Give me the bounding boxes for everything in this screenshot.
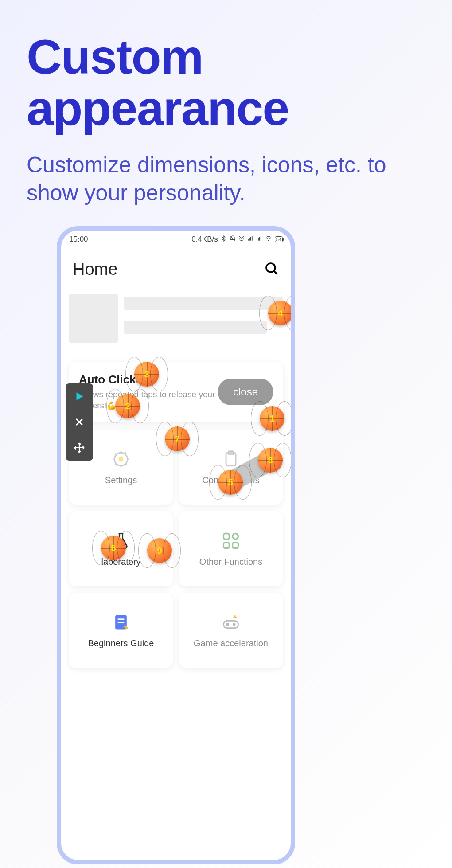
notes-icon [111, 613, 131, 632]
status-right: 0.4KB/s 54 [191, 235, 283, 244]
signal-icon [247, 235, 253, 244]
placeholder-line [124, 297, 283, 310]
tile-game-acceleration[interactable]: Game acceleration [179, 593, 283, 668]
placeholder-line [124, 321, 267, 334]
tap-marker-5[interactable]: 5 [218, 470, 243, 495]
hero-subtitle: Customize dimensions, icons, etc. to sho… [27, 151, 425, 207]
tap-marker-7[interactable]: 7 [165, 426, 190, 451]
wifi-icon [265, 235, 272, 244]
tap-marker-9[interactable]: 9 [147, 538, 172, 563]
tap-marker-2[interactable]: 2 [115, 394, 140, 418]
phone-frame: 15:00 0.4KB/s 54 [57, 226, 295, 864]
tap-marker-1[interactable]: 1 [260, 406, 284, 431]
close-icon[interactable] [73, 415, 86, 429]
bluetooth-icon [221, 235, 227, 244]
placeholder-content [61, 288, 291, 344]
tap-marker-4[interactable]: 4 [268, 301, 293, 325]
svg-rect-21 [233, 543, 238, 548]
tap-marker-8[interactable]: 8 [258, 448, 283, 473]
move-icon[interactable] [73, 441, 86, 454]
svg-point-27 [234, 624, 235, 626]
signal-icon-2 [256, 235, 262, 244]
tap-marker-6[interactable]: 6 [101, 536, 126, 560]
svg-rect-2 [248, 239, 249, 241]
close-button[interactable]: close [218, 379, 273, 405]
svg-rect-7 [258, 238, 259, 241]
gear-icon [111, 450, 131, 469]
svg-rect-18 [224, 533, 230, 539]
svg-point-13 [119, 457, 124, 461]
control-panel[interactable] [66, 383, 93, 461]
gamepad-icon [221, 613, 241, 632]
svg-rect-3 [249, 238, 250, 241]
play-icon[interactable] [73, 390, 86, 403]
search-icon[interactable] [264, 261, 279, 278]
apps-icon [221, 531, 241, 551]
battery-icon: 54 [275, 236, 283, 242]
status-net-speed: 0.4KB/s [191, 235, 218, 244]
svg-rect-4 [250, 237, 251, 241]
hero-title: Custom appearance [27, 31, 425, 133]
svg-rect-5 [252, 236, 253, 241]
page-header: Home [61, 246, 291, 288]
svg-rect-6 [257, 239, 257, 241]
svg-point-10 [268, 240, 269, 241]
svg-line-0 [230, 236, 234, 240]
svg-rect-19 [233, 533, 238, 539]
placeholder-lines [124, 294, 283, 343]
tile-label: Settings [105, 475, 137, 485]
hero-title-line1: Custom [27, 29, 203, 84]
tile-other-functions[interactable]: Other Functions [179, 511, 283, 586]
hero-title-line2: appearance [27, 81, 288, 135]
svg-point-26 [227, 624, 229, 626]
promo-card: Auto Clicker Allows repeated taps to rel… [69, 362, 283, 422]
svg-rect-8 [259, 237, 260, 241]
svg-line-12 [274, 271, 277, 274]
page-title: Home [73, 260, 117, 279]
tile-label: Other Functions [199, 557, 262, 567]
status-bar: 15:00 0.4KB/s 54 [61, 231, 291, 246]
svg-rect-9 [261, 236, 261, 241]
status-time: 15:00 [69, 235, 88, 244]
tap-marker-3[interactable]: 3 [134, 362, 159, 387]
mute-icon [230, 235, 236, 244]
alarm-icon [238, 235, 245, 244]
tile-beginners-guide[interactable]: Beginners Guide [69, 593, 173, 668]
placeholder-thumb [69, 294, 118, 343]
tile-label: Beginners Guide [88, 638, 154, 649]
svg-rect-20 [224, 543, 230, 548]
svg-point-11 [266, 263, 275, 272]
hero-header: Custom appearance Customize dimensions, … [0, 0, 452, 215]
svg-rect-25 [224, 621, 238, 628]
tile-label: Game acceleration [194, 638, 268, 649]
